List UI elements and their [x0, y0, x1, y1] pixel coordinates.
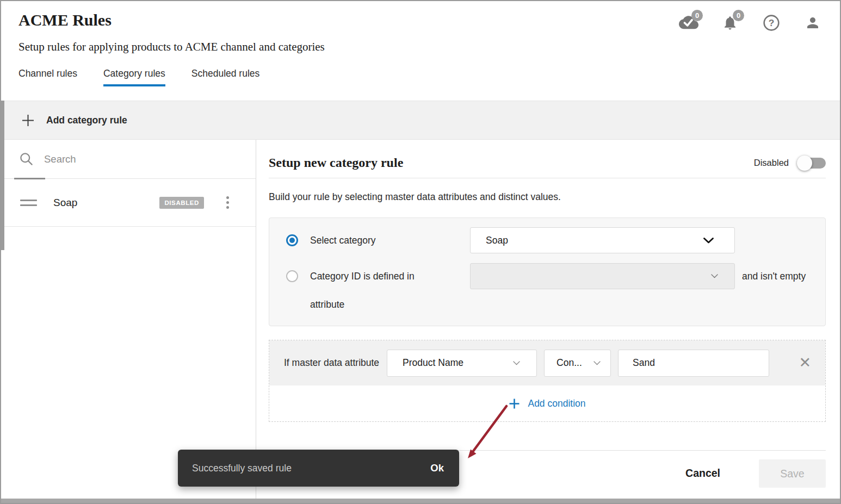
attribute-select-value: Product Name	[403, 357, 463, 369]
notifications-bell-icon[interactable]: 0	[720, 13, 740, 33]
rule-description: Build your rule by selecting master data…	[269, 191, 826, 203]
rules-sidebar: Soap DISABLED	[1, 140, 256, 503]
category-id-attribute-select	[470, 263, 735, 289]
save-button[interactable]: Save	[759, 459, 826, 488]
tab-bar: Channel rules Category rules Scheduled r…	[1, 68, 840, 86]
kebab-menu-icon[interactable]	[224, 194, 231, 211]
panel-heading-row: Setup new category rule Disabled	[269, 155, 826, 170]
category-select[interactable]: Soap	[470, 227, 735, 253]
rule-editor-panel: Setup new category rule Disabled Build y…	[256, 140, 840, 503]
toggle-knob	[797, 155, 812, 171]
chevron-down-icon	[513, 361, 520, 365]
plus-icon	[509, 398, 520, 409]
search-row	[1, 140, 256, 179]
attribute-select[interactable]: Product Name	[387, 350, 537, 377]
toast-ok-button[interactable]: Ok	[430, 462, 444, 474]
add-category-rule-label: Add category rule	[46, 115, 127, 126]
page-header: ACME Rules 0 0 ?	[1, 1, 840, 101]
sync-badge: 0	[691, 10, 703, 21]
conditions-box: If master data attribute Product Name Co…	[269, 340, 826, 422]
cancel-button[interactable]: Cancel	[685, 459, 720, 487]
notifications-badge: 0	[733, 10, 744, 21]
sync-cloud-check-icon[interactable]: 0	[679, 13, 698, 33]
category-selection-box: Select category Soap Category ID is defi…	[269, 217, 826, 326]
horizontal-scrollbar[interactable]	[1, 499, 840, 503]
page-subtitle: Setup rules for applying products to ACM…	[1, 29, 840, 54]
add-condition-label: Add condition	[528, 398, 585, 409]
add-category-rule-button[interactable]: Add category rule	[1, 101, 840, 140]
chevron-down-icon	[703, 238, 714, 244]
heading-divider	[269, 178, 826, 178]
search-input[interactable]	[44, 153, 207, 165]
category-id-label: Category ID is defined in	[310, 271, 470, 282]
status-badge: DISABLED	[159, 197, 204, 209]
condition-row-label: If master data attribute	[284, 357, 379, 369]
help-icon[interactable]: ?	[762, 13, 781, 33]
plus-icon	[21, 114, 35, 127]
operator-select-value: Con...	[556, 357, 582, 369]
category-id-radio[interactable]	[286, 270, 298, 282]
user-icon[interactable]	[803, 13, 823, 33]
vertical-scrollbar[interactable]	[1, 101, 4, 250]
rule-name: Soap	[53, 197, 77, 209]
chevron-down-icon	[593, 361, 601, 365]
tab-category-rules[interactable]: Category rules	[103, 68, 165, 86]
disabled-toggle-label: Disabled	[754, 158, 789, 168]
rule-list-item-soap[interactable]: Soap DISABLED	[1, 179, 256, 227]
toast-message: Successfully saved rule	[192, 463, 292, 474]
drag-handle-icon[interactable]	[20, 200, 37, 206]
category-id-row: Category ID is defined in and isn't empt…	[286, 263, 825, 289]
chevron-down-icon	[711, 274, 718, 278]
category-select-value: Soap	[486, 235, 508, 246]
isnt-empty-suffix: and isn't empty	[742, 271, 806, 282]
select-category-radio[interactable]	[286, 234, 298, 246]
header-icon-bar: 0 0 ?	[679, 13, 823, 33]
add-condition-button[interactable]: Add condition	[269, 385, 825, 421]
remove-condition-icon[interactable]: ✕	[797, 356, 812, 370]
disabled-toggle-group: Disabled	[754, 158, 826, 169]
content-body: Soap DISABLED Setup new category rule Di…	[1, 140, 840, 503]
disabled-toggle[interactable]	[799, 158, 826, 169]
select-category-row: Select category Soap	[286, 227, 825, 253]
operator-select[interactable]: Con...	[544, 350, 611, 377]
condition-row: If master data attribute Product Name Co…	[269, 340, 825, 385]
toast-notification: Successfully saved rule Ok	[178, 450, 459, 487]
select-category-label: Select category	[310, 235, 470, 246]
search-icon	[19, 152, 34, 166]
condition-value-input[interactable]	[618, 350, 769, 377]
category-id-label-line2: attribute	[310, 299, 825, 310]
app-window: ACME Rules 0 0 ?	[0, 0, 841, 504]
svg-text:?: ?	[769, 17, 775, 28]
tab-channel-rules[interactable]: Channel rules	[18, 68, 77, 86]
panel-title: Setup new category rule	[269, 155, 403, 170]
tab-scheduled-rules[interactable]: Scheduled rules	[191, 68, 260, 86]
